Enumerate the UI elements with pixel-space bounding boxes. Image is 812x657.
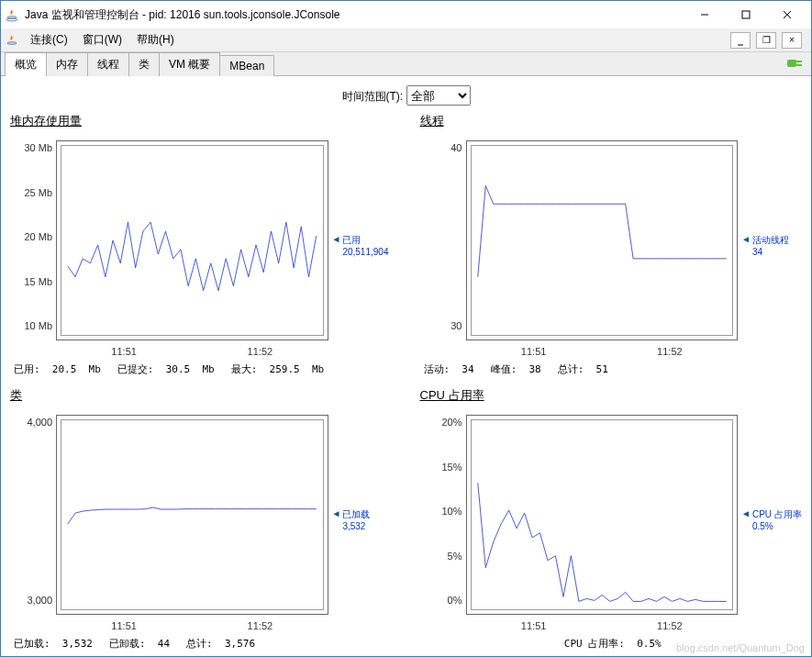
y-tick: 20 Mb xyxy=(10,231,52,242)
y-tick: 15 Mb xyxy=(10,276,52,287)
mdi-minimize-icon: ‗ xyxy=(738,35,743,45)
menu-help[interactable]: 帮助(H) xyxy=(129,28,182,51)
titlebar: Java 监视和管理控制台 - pid: 12016 sun.tools.jco… xyxy=(1,1,811,28)
chart-panel-threads: 线程403011:5111:52◄活动线程34活动: 34峰值: 38总计: 5… xyxy=(420,113,803,376)
x-axis: 11:5111:52 xyxy=(466,615,739,633)
x-axis: 11:5111:52 xyxy=(56,615,328,633)
caret-icon: ◄ xyxy=(741,234,751,244)
mdi-restore-icon: ❐ xyxy=(762,35,771,45)
menu-window[interactable]: 窗口(W) xyxy=(75,28,129,51)
stats-row: 已加载: 3,532已卸载: 44总计: 3,576 xyxy=(10,633,393,651)
x-tick: 11:51 xyxy=(111,620,137,631)
chart-body: 30 Mb25 Mb20 Mb15 Mb10 Mb11:5111:52◄已用20… xyxy=(10,131,393,359)
y-axis: 4,0003,000 xyxy=(10,406,56,633)
main-window: Java 监视和管理控制台 - pid: 12016 sun.tools.jco… xyxy=(0,0,812,657)
chart-title: 类 xyxy=(10,387,393,404)
side-label-value: 0.5% xyxy=(752,521,802,531)
tabbar: 概览 内存 线程 类 VM 概要 MBean xyxy=(1,52,811,76)
mdi-close-icon: × xyxy=(789,35,795,45)
mdi-close-button[interactable]: × xyxy=(782,32,802,49)
stat-item: CPU 占用率: 0.5% xyxy=(564,637,662,651)
x-tick: 11:52 xyxy=(248,346,273,357)
chart-title: 线程 xyxy=(420,113,803,129)
maximize-icon xyxy=(741,10,751,19)
chart-body: 403011:5111:52◄活动线程34 xyxy=(420,131,803,359)
side-label: ◄活动线程34 xyxy=(738,131,802,359)
y-tick: 20% xyxy=(420,417,462,428)
chart-body: 4,0003,00011:5111:52◄已加载3,532 xyxy=(10,406,393,633)
stat-item: 最大: 259.5 Mb xyxy=(231,362,324,376)
y-axis: 30 Mb25 Mb20 Mb15 Mb10 Mb xyxy=(10,131,56,359)
menubar: 连接(C) 窗口(W) 帮助(H) ‗ ❐ × xyxy=(1,28,811,52)
svg-rect-7 xyxy=(787,60,796,67)
series-line xyxy=(467,141,738,340)
stat-item: 总计: 51 xyxy=(558,362,608,376)
tab-overview[interactable]: 概览 xyxy=(5,52,47,76)
java-icon xyxy=(5,7,19,22)
tab-mbean[interactable]: MBean xyxy=(219,55,274,76)
y-tick: 5% xyxy=(420,551,462,562)
plot-area[interactable] xyxy=(466,140,739,340)
y-tick: 40 xyxy=(420,142,462,153)
series-line xyxy=(57,416,328,614)
y-tick: 30 xyxy=(420,320,462,331)
tab-vm[interactable]: VM 概要 xyxy=(159,52,220,76)
y-tick: 30 Mb xyxy=(10,142,52,153)
chart-title: 堆内存使用量 xyxy=(10,113,393,129)
y-axis: 20%15%10%5%0% xyxy=(420,406,466,633)
x-tick: 11:52 xyxy=(657,346,683,357)
caret-icon: ◄ xyxy=(741,508,751,518)
caret-icon: ◄ xyxy=(332,508,341,518)
tab-memory[interactable]: 内存 xyxy=(46,52,88,76)
svg-point-1 xyxy=(6,18,17,21)
java-icon xyxy=(5,33,19,48)
tab-threads[interactable]: 线程 xyxy=(87,52,129,76)
maximize-button[interactable] xyxy=(725,2,766,28)
chart-panel-cpu: CPU 占用率20%15%10%5%0%11:5111:52◄CPU 占用率0.… xyxy=(420,387,803,651)
series-line xyxy=(57,141,328,340)
side-label-title: 活动线程 xyxy=(752,235,789,245)
menu-connect[interactable]: 连接(C) xyxy=(23,28,75,51)
side-label-title: CPU 占用率 xyxy=(752,509,802,519)
plot-area[interactable] xyxy=(56,415,328,615)
plot-area[interactable] xyxy=(56,140,328,340)
stat-item: 活动: 34 xyxy=(424,362,474,376)
mdi-restore-button[interactable]: ❐ xyxy=(756,32,776,49)
stat-item: 总计: 3,576 xyxy=(186,637,255,651)
stats-row: 已用: 20.5 Mb已提交: 30.5 Mb最大: 259.5 Mb xyxy=(10,359,393,376)
chart-panel-heap: 堆内存使用量30 Mb25 Mb20 Mb15 Mb10 Mb11:5111:5… xyxy=(10,113,393,376)
mdi-minimize-button[interactable]: ‗ xyxy=(730,32,751,49)
stats-row: CPU 占用率: 0.5% xyxy=(420,633,803,651)
charts-grid: 堆内存使用量30 Mb25 Mb20 Mb15 Mb10 Mb11:5111:5… xyxy=(10,113,802,651)
stat-item: 已加载: 3,532 xyxy=(14,637,93,651)
stat-item: 已用: 20.5 Mb xyxy=(14,362,101,376)
y-tick: 0% xyxy=(420,595,462,606)
x-tick: 11:51 xyxy=(521,346,547,357)
tab-classes[interactable]: 类 xyxy=(128,52,160,76)
side-label: ◄CPU 占用率0.5% xyxy=(738,406,802,633)
x-tick: 11:52 xyxy=(248,620,273,631)
plug-icon[interactable] xyxy=(785,56,804,71)
chart-title: CPU 占用率 xyxy=(420,387,803,404)
side-label-title: 已用 xyxy=(342,235,361,245)
side-label: ◄已用20,511,904 xyxy=(328,131,393,359)
y-tick: 15% xyxy=(420,462,462,473)
y-tick: 25 Mb xyxy=(10,187,52,198)
x-tick: 11:51 xyxy=(111,346,137,357)
plot-area[interactable] xyxy=(466,415,739,615)
y-tick: 10 Mb xyxy=(10,320,52,331)
stat-item: 已提交: 30.5 Mb xyxy=(117,362,215,376)
close-button[interactable] xyxy=(766,2,807,28)
y-tick: 10% xyxy=(420,506,462,517)
time-range-select[interactable]: 全部 xyxy=(406,85,471,106)
stat-item: 峰值: 38 xyxy=(491,362,541,376)
minimize-button[interactable] xyxy=(684,2,725,28)
minimize-icon xyxy=(700,10,709,19)
side-label-title: 已加载 xyxy=(342,509,370,519)
x-tick: 11:51 xyxy=(521,620,547,631)
content-area: 时间范围(T): 全部 堆内存使用量30 Mb25 Mb20 Mb15 Mb10… xyxy=(1,76,811,656)
x-axis: 11:5111:52 xyxy=(56,340,328,359)
x-tick: 11:52 xyxy=(657,620,683,631)
series-line xyxy=(467,416,738,614)
svg-rect-3 xyxy=(742,11,750,18)
